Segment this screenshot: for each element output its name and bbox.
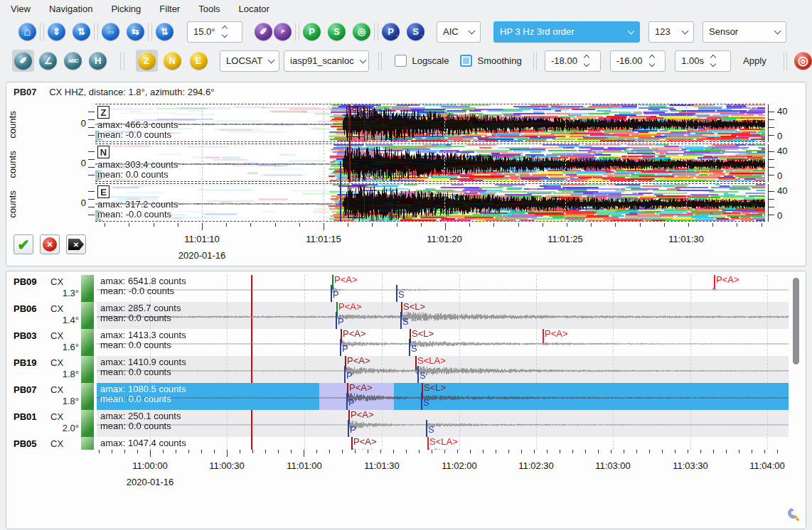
trace-e[interactable]: E amax: 317.2 counts mean: -0.0 counts [95, 183, 765, 222]
station-row-pb01[interactable]: PB01CX2.0°amax: 250.1 countsmean: 0.0 co… [6, 410, 796, 437]
reset-zoom-icon[interactable]: ⇅ [156, 23, 173, 40]
phase-marker-line[interactable] [426, 420, 427, 437]
measure-icon[interactable]: ✐ [255, 23, 272, 40]
pick-pa-line[interactable] [349, 104, 351, 183]
trace-e-spectrogram[interactable] [95, 184, 765, 222]
station-trace[interactable]: amax: 1410.9 countsmean: 0.0 countsP<A>P… [97, 356, 789, 383]
picker-algorithm-combo[interactable]: AIC [437, 21, 481, 43]
vertical-scrollbar[interactable] [793, 275, 800, 450]
station-row-pb19[interactable]: PB19CX1.8°amax: 1410.9 countsmean: 0.0 c… [6, 356, 796, 383]
component-e-icon[interactable]: E [190, 52, 208, 70]
spectrogram-toggle[interactable]: ✐ [12, 50, 34, 72]
station-trace[interactable]: amax: 285.7 countsmean: 0.0 countsP<A>PS… [97, 302, 789, 329]
component-z-toggle[interactable]: Z [136, 50, 158, 72]
phase-marker-line[interactable] [417, 366, 419, 383]
apply-button[interactable]: Apply [736, 52, 774, 70]
trace-z[interactable]: Z amax: 466.3 counts mean: -0.0 counts [95, 104, 765, 142]
phase-marker-line[interactable] [348, 420, 349, 437]
phase-marker-label: S<LA> [417, 356, 446, 366]
amplitude-combo[interactable]: 123 [648, 21, 694, 43]
row-amax-label: amax: 6541.8 counts [100, 276, 186, 286]
station-trace[interactable]: amax: 1080.5 countsmean: 0.0 countsP<A>P… [97, 383, 789, 410]
station-trace[interactable]: amax: 1047.4 countsP<A>S<LA> [97, 437, 789, 450]
trace-e-mean: mean: -0.0 counts [97, 209, 171, 220]
filter-combo[interactable]: HP 3 Hz 3rd order [493, 21, 640, 43]
relocate-icon[interactable]: ◎ [794, 52, 812, 70]
pick-create-icon[interactable]: ◎ [353, 23, 370, 40]
phase-marker-line[interactable] [427, 437, 429, 450]
axis-tick [675, 450, 675, 453]
uncertainty-s-icon[interactable]: S~ [407, 23, 424, 40]
pick-s-icon[interactable]: S [328, 23, 346, 40]
axis-tick [214, 450, 215, 453]
skip-station-button[interactable]: ✕ [66, 234, 86, 254]
menu-navigation[interactable]: Navigation [40, 1, 102, 16]
locator-combo[interactable]: LOCSAT [220, 50, 279, 72]
phase-marker-line[interactable] [336, 312, 337, 329]
station-row-pb06[interactable]: PB06CX1.4°amax: 285.7 countsmean: 0.0 co… [6, 302, 796, 329]
pick-window-e[interactable] [348, 185, 365, 218]
station-trace[interactable]: amax: 1413.3 countsmean: 0.0 countsP<A>P… [97, 329, 789, 356]
menu-locator[interactable]: Locator [230, 1, 279, 16]
component-n-icon[interactable]: N [164, 52, 181, 70]
sensor-combo[interactable]: Sensor [703, 21, 786, 43]
phase-marker-line[interactable] [409, 339, 410, 356]
phase-marker-line[interactable] [415, 356, 417, 370]
smoothing-checkbox[interactable]: Smoothing [460, 55, 521, 67]
menu-filter[interactable]: Filter [150, 1, 189, 16]
logscale-checkbox[interactable]: Logscale [395, 55, 449, 67]
trace-n-spectrogram[interactable] [95, 144, 765, 182]
phase-marker-line[interactable] [332, 275, 333, 289]
abc-tool-icon[interactable]: ABC [64, 52, 82, 70]
axis-tick [275, 223, 276, 227]
home-icon[interactable]: ⌂ [18, 23, 36, 40]
time-step-spinbox[interactable]: 1.00s [675, 50, 731, 72]
phase-marker-line[interactable] [543, 329, 544, 343]
phase-marker-line[interactable] [714, 275, 715, 289]
station-trace[interactable]: amax: 250.1 countsmean: 0.0 countsP<A>PS [97, 410, 789, 437]
station-waveform[interactable] [97, 329, 789, 356]
phase-marker-line[interactable] [400, 312, 402, 329]
shrink-amplitude-icon[interactable]: ⇅ [73, 23, 90, 40]
station-waveform[interactable] [97, 275, 789, 302]
station-row-pb03[interactable]: PB03CX1.6°amax: 1413.3 countsmean: 0.0 c… [6, 329, 796, 356]
phase-marker-line[interactable] [331, 285, 332, 302]
menu-tools[interactable]: Tools [189, 1, 229, 16]
trace-z-spectrogram[interactable] [95, 104, 765, 142]
expand-amplitude-icon[interactable]: ⇕ [48, 23, 65, 40]
station-row-pb05[interactable]: PB05CXamax: 1047.4 countsP<A>S<LA> [6, 437, 796, 450]
pick-p-icon[interactable]: P [303, 23, 321, 40]
confirm-pick-button[interactable]: ✔ [14, 234, 33, 254]
angle-tool-icon[interactable]: ∠ [39, 52, 57, 70]
station-waveform[interactable] [97, 302, 789, 329]
station-row-pb07[interactable]: PB07CX1.8°amax: 1080.5 countsmean: 0.0 c… [6, 383, 796, 410]
menu-view[interactable]: View [1, 1, 40, 16]
axis-tick-label: 11:00:30 [197, 460, 257, 471]
station-row-pb09[interactable]: PB09CX1.3°amax: 6541.8 countsmean: -0.0 … [6, 275, 796, 302]
phase-marker-line[interactable] [396, 285, 397, 302]
menu-picking[interactable]: Picking [102, 1, 150, 16]
component-z-icon: Z [138, 52, 156, 70]
zoom-angle-spinbox[interactable]: 15.0° [187, 21, 242, 43]
phase-marker-line[interactable] [340, 339, 341, 356]
shrink-time-icon[interactable]: ⇆ [127, 23, 144, 40]
expand-time-icon[interactable]: ⇔ [102, 23, 119, 40]
locator-profile-combo[interactable]: iasp91_scanloc [284, 50, 369, 72]
spectrum-max-spinbox[interactable]: -16.00 [610, 50, 666, 72]
pick-p-line[interactable] [340, 161, 341, 222]
scrollbar-thumb[interactable] [793, 278, 799, 364]
station-waveform[interactable] [97, 410, 789, 437]
axis-tick [252, 450, 253, 453]
phase-marker-line[interactable] [351, 437, 353, 450]
uncertainty-p-icon[interactable]: P~ [382, 23, 400, 40]
phase-marker-line[interactable] [344, 366, 346, 383]
station-trace[interactable]: amax: 6541.8 countsmean: -0.0 countsP<A>… [97, 275, 789, 302]
delete-pick-button[interactable]: ✕ [40, 234, 60, 254]
spectrum-min-spinbox[interactable]: -18.00 [545, 50, 601, 72]
trace-n[interactable]: N amax: 303.4 counts mean: 0.0 counts [95, 144, 765, 182]
station-quality-bar [81, 302, 94, 329]
pick-mode-icon[interactable]: P [274, 23, 292, 40]
align-tool-icon[interactable]: H [89, 52, 107, 70]
phase-marker-line[interactable] [346, 393, 348, 410]
phase-marker-line[interactable] [421, 393, 422, 410]
